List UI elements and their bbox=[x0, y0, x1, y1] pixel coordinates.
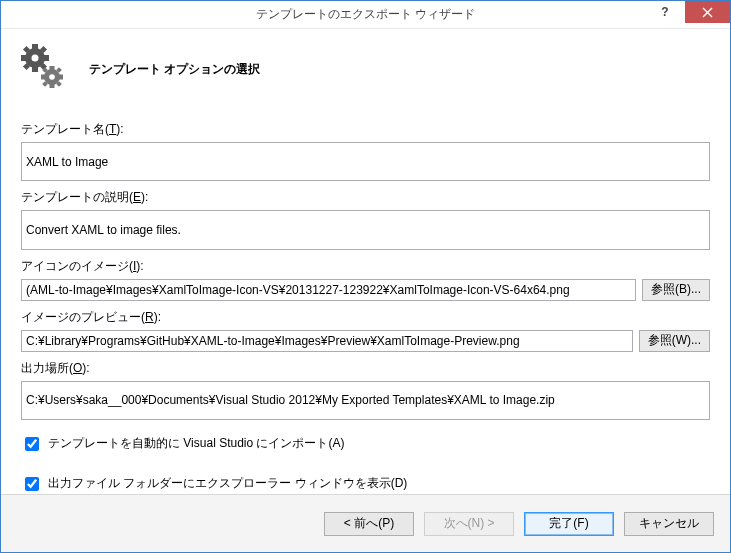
wizard-header: テンプレート オプションの選択 bbox=[1, 29, 730, 115]
svg-rect-6 bbox=[21, 55, 27, 61]
icon-browse-button[interactable]: 参照(B)... bbox=[642, 279, 710, 301]
export-template-wizard-window: テンプレートのエクスポート ウィザード ? bbox=[0, 0, 731, 553]
finish-button[interactable]: 完了(F) bbox=[524, 512, 614, 536]
back-button[interactable]: < 前へ(P) bbox=[324, 512, 414, 536]
svg-rect-4 bbox=[32, 44, 38, 50]
auto-import-label: テンプレートを自動的に Visual Studio にインポート(A) bbox=[48, 435, 345, 452]
template-desc-label: テンプレートの説明(E): bbox=[21, 189, 710, 206]
template-desc-input[interactable] bbox=[21, 210, 710, 249]
icon-image-input[interactable] bbox=[21, 279, 636, 301]
svg-rect-15 bbox=[50, 83, 55, 88]
svg-rect-14 bbox=[50, 66, 55, 71]
icon-image-label: アイコンのイメージ(I): bbox=[21, 258, 710, 275]
svg-point-12 bbox=[32, 55, 39, 62]
template-name-label: テンプレート名(T): bbox=[21, 121, 710, 138]
show-explorer-label: 出力ファイル フォルダーにエクスプローラー ウィンドウを表示(D) bbox=[48, 475, 407, 492]
titlebar: テンプレートのエクスポート ウィザード ? bbox=[1, 1, 730, 29]
window-controls: ? bbox=[645, 1, 730, 28]
auto-import-row[interactable]: テンプレートを自動的に Visual Studio にインポート(A) bbox=[21, 434, 710, 454]
auto-import-checkbox[interactable] bbox=[25, 437, 39, 451]
svg-text:?: ? bbox=[661, 6, 668, 18]
show-explorer-row[interactable]: 出力ファイル フォルダーにエクスプローラー ウィンドウを表示(D) bbox=[21, 474, 710, 494]
preview-image-label: イメージのプレビュー(R): bbox=[21, 309, 710, 326]
cancel-button[interactable]: キャンセル bbox=[624, 512, 714, 536]
output-location-input[interactable] bbox=[21, 381, 710, 420]
template-name-input[interactable] bbox=[21, 142, 710, 181]
help-button[interactable]: ? bbox=[645, 1, 685, 23]
wizard-body: テンプレート名(T): テンプレートの説明(E): アイコンのイメージ(I): … bbox=[1, 115, 730, 494]
wizard-footer: < 前へ(P) 次へ(N) > 完了(F) キャンセル bbox=[1, 494, 730, 552]
next-button: 次へ(N) > bbox=[424, 512, 514, 536]
svg-rect-17 bbox=[58, 75, 63, 80]
gear-icon bbox=[15, 41, 71, 97]
svg-point-22 bbox=[49, 74, 55, 80]
show-explorer-checkbox[interactable] bbox=[25, 477, 39, 491]
svg-rect-5 bbox=[32, 66, 38, 72]
window-title: テンプレートのエクスポート ウィザード bbox=[256, 6, 475, 23]
preview-browse-button[interactable]: 参照(W)... bbox=[639, 330, 710, 352]
close-button[interactable] bbox=[685, 1, 730, 23]
wizard-subtitle: テンプレート オプションの選択 bbox=[89, 61, 260, 78]
preview-image-input[interactable] bbox=[21, 330, 633, 352]
svg-rect-7 bbox=[43, 55, 49, 61]
output-location-label: 出力場所(O): bbox=[21, 360, 710, 377]
svg-rect-16 bbox=[41, 75, 46, 80]
